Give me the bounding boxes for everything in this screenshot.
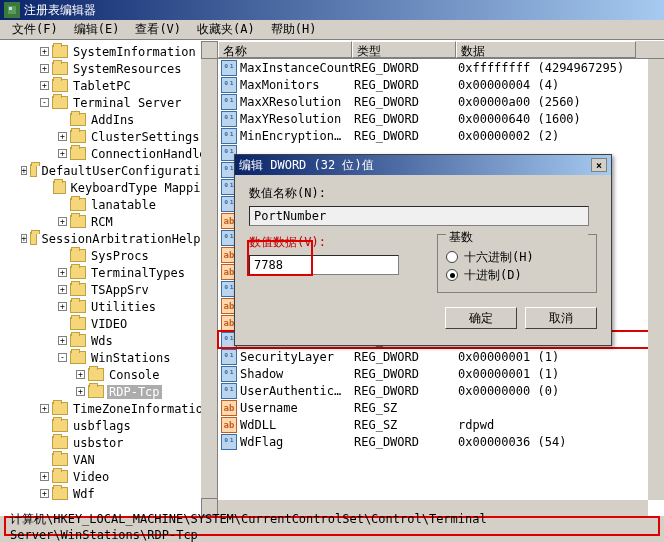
list-row[interactable]: ⁰¹WdFlagREG_DWORD0x00000036 (54) bbox=[218, 433, 664, 450]
folder-icon bbox=[52, 45, 68, 58]
tree-item[interactable]: +Utilities bbox=[4, 298, 217, 315]
tree-item[interactable]: KeyboardType Mapping bbox=[4, 179, 217, 196]
reg-dword-icon: ⁰¹ bbox=[221, 94, 237, 110]
tree-item[interactable]: usbflags bbox=[4, 417, 217, 434]
tree-label: TimeZoneInformation bbox=[71, 402, 212, 416]
expand-icon[interactable]: + bbox=[40, 404, 49, 413]
list-row[interactable]: abUsernameREG_SZ bbox=[218, 399, 664, 416]
tree-item[interactable]: +RCM bbox=[4, 213, 217, 230]
reg-dword-icon: ⁰¹ bbox=[221, 383, 237, 399]
close-icon[interactable]: × bbox=[591, 158, 607, 172]
col-header-data[interactable]: 数据 bbox=[456, 41, 636, 58]
dialog-titlebar[interactable]: 编辑 DWORD (32 位)值 × bbox=[235, 155, 611, 175]
folder-icon bbox=[70, 334, 86, 347]
list-row[interactable]: ⁰¹SecurityLayerREG_DWORD0x00000001 (1) bbox=[218, 348, 664, 365]
expand-icon[interactable]: + bbox=[40, 47, 49, 56]
expand-icon[interactable]: - bbox=[40, 98, 49, 107]
tree-item[interactable]: +Console bbox=[4, 366, 217, 383]
list-row[interactable]: ⁰¹MinEncryption…REG_DWORD0x00000002 (2) bbox=[218, 127, 664, 144]
list-row[interactable]: ⁰¹ShadowREG_DWORD0x00000001 (1) bbox=[218, 365, 664, 382]
tree-item[interactable]: +Video bbox=[4, 468, 217, 485]
tree-item[interactable]: +SessionArbitrationHelper bbox=[4, 230, 217, 247]
tree-item[interactable]: +TSAppSrv bbox=[4, 281, 217, 298]
col-header-type[interactable]: 类型 bbox=[352, 41, 456, 58]
tree-item[interactable]: +ConnectionHandler bbox=[4, 145, 217, 162]
cell-data: 0x00000001 (1) bbox=[458, 350, 664, 364]
ok-button[interactable]: 确定 bbox=[445, 307, 517, 329]
folder-icon bbox=[70, 249, 86, 262]
tree-item[interactable]: AddIns bbox=[4, 111, 217, 128]
menu-file[interactable]: 文件(F) bbox=[4, 19, 66, 40]
tree-item[interactable]: +SystemResources bbox=[4, 60, 217, 77]
window-titlebar: 注册表编辑器 bbox=[0, 0, 664, 20]
menu-view[interactable]: 查看(V) bbox=[127, 19, 189, 40]
list-row[interactable]: ⁰¹MaxXResolutionREG_DWORD0x00000a00 (256… bbox=[218, 93, 664, 110]
tree-label: Terminal Server bbox=[71, 96, 183, 110]
list-scrollbar-v[interactable] bbox=[648, 59, 664, 500]
tree-item[interactable]: +DefaultUserConfiguration bbox=[4, 162, 217, 179]
tree-item[interactable]: VAN bbox=[4, 451, 217, 468]
folder-icon bbox=[52, 419, 68, 432]
expand-icon[interactable]: + bbox=[21, 166, 28, 175]
expand-icon[interactable]: + bbox=[58, 336, 67, 345]
svg-rect-1 bbox=[9, 7, 12, 10]
cell-name: SecurityLayer bbox=[240, 350, 354, 364]
col-header-name[interactable]: 名称 bbox=[218, 41, 352, 58]
reg-dword-icon: ⁰¹ bbox=[221, 128, 237, 144]
tree-item[interactable]: usbstor bbox=[4, 434, 217, 451]
folder-icon bbox=[52, 470, 68, 483]
tree-item[interactable]: -Terminal Server bbox=[4, 94, 217, 111]
radix-group: 基数 十六进制(H) 十进制(D) bbox=[437, 234, 597, 293]
expand-icon[interactable]: + bbox=[76, 387, 85, 396]
expand-icon[interactable]: + bbox=[40, 489, 49, 498]
list-row[interactable]: abWdDLLREG_SZrdpwd bbox=[218, 416, 664, 433]
menu-favorites[interactable]: 收藏夹(A) bbox=[189, 19, 263, 40]
expand-icon[interactable]: + bbox=[40, 64, 49, 73]
cell-type: REG_DWORD bbox=[354, 367, 458, 381]
tree-label: SystemInformation bbox=[71, 45, 198, 59]
tree-label: Utilities bbox=[89, 300, 158, 314]
cell-type: REG_SZ bbox=[354, 418, 458, 432]
radix-hex-option[interactable]: 十六进制(H) bbox=[446, 248, 588, 266]
cancel-button[interactable]: 取消 bbox=[525, 307, 597, 329]
folder-icon bbox=[52, 62, 68, 75]
expand-icon[interactable]: + bbox=[58, 302, 67, 311]
list-row[interactable]: ⁰¹MaxInstanceCountREG_DWORD0xffffffff (4… bbox=[218, 59, 664, 76]
tree-item[interactable]: lanatable bbox=[4, 196, 217, 213]
menu-edit[interactable]: 编辑(E) bbox=[66, 19, 128, 40]
expand-icon[interactable]: + bbox=[76, 370, 85, 379]
tree-label: lanatable bbox=[89, 198, 158, 212]
tree-item[interactable]: +TerminalTypes bbox=[4, 264, 217, 281]
expand-icon[interactable]: + bbox=[40, 472, 49, 481]
list-row[interactable]: ⁰¹MaxYResolutionREG_DWORD0x00000640 (160… bbox=[218, 110, 664, 127]
cell-name: WdDLL bbox=[240, 418, 354, 432]
tree-item[interactable]: +RDP-Tcp bbox=[4, 383, 217, 400]
expand-icon[interactable]: - bbox=[58, 353, 67, 362]
tree-item[interactable]: +SystemInformation bbox=[4, 43, 217, 60]
tree-item[interactable]: -WinStations bbox=[4, 349, 217, 366]
tree-item[interactable]: +Wdf bbox=[4, 485, 217, 502]
expand-icon[interactable]: + bbox=[21, 234, 28, 243]
folder-icon bbox=[70, 215, 86, 228]
tree-item[interactable]: +TabletPC bbox=[4, 77, 217, 94]
tree-scrollbar[interactable] bbox=[201, 41, 217, 516]
expand-icon[interactable]: + bbox=[58, 149, 67, 158]
list-row[interactable]: ⁰¹MaxMonitorsREG_DWORD0x00000004 (4) bbox=[218, 76, 664, 93]
cell-data: rdpwd bbox=[458, 418, 664, 432]
expand-icon[interactable]: + bbox=[58, 285, 67, 294]
tree-item[interactable]: +Wds bbox=[4, 332, 217, 349]
expand-icon[interactable]: + bbox=[40, 81, 49, 90]
radix-dec-option[interactable]: 十进制(D) bbox=[446, 266, 588, 284]
tree-item[interactable]: SysProcs bbox=[4, 247, 217, 264]
cell-type: REG_DWORD bbox=[354, 129, 458, 143]
tree-item[interactable]: +ClusterSettings bbox=[4, 128, 217, 145]
menu-help[interactable]: 帮助(H) bbox=[263, 19, 325, 40]
expand-icon[interactable]: + bbox=[58, 268, 67, 277]
expand-icon[interactable]: + bbox=[58, 217, 67, 226]
list-row[interactable]: ⁰¹UserAuthentic…REG_DWORD0x00000000 (0) bbox=[218, 382, 664, 399]
expand-icon[interactable]: + bbox=[58, 132, 67, 141]
regedit-icon bbox=[4, 2, 20, 18]
tree-item[interactable]: +TimeZoneInformation bbox=[4, 400, 217, 417]
tree-item[interactable]: VIDEO bbox=[4, 315, 217, 332]
tree-panel: +SystemInformation+SystemResources+Table… bbox=[0, 41, 218, 516]
